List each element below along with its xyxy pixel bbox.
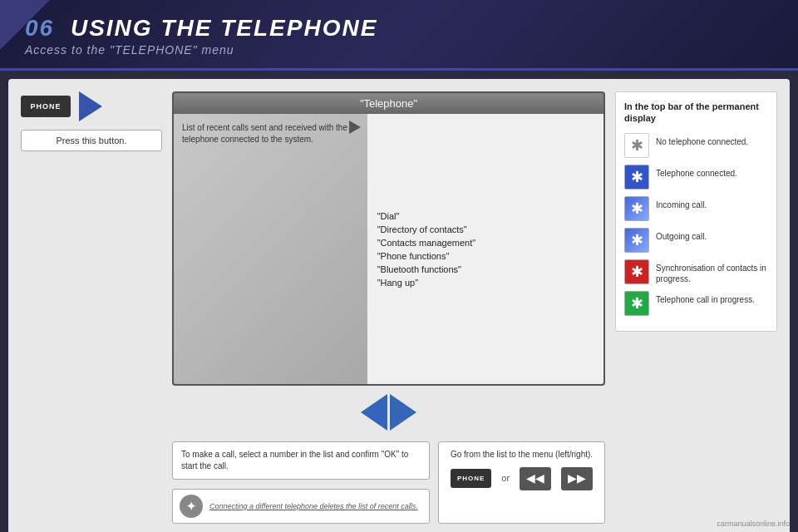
nav-instruction-text: Go from the list to the menu (left/right… (447, 449, 596, 461)
telephone-title-bar: "Telephone" (174, 93, 603, 114)
or-separator: or (501, 472, 510, 485)
menu-item-directory[interactable]: "Directory of contacts" (377, 224, 594, 235)
center-column: "Telephone" List of recent calls sent an… (172, 91, 605, 524)
watermark: carmanualsonline.info (717, 520, 790, 528)
page-title: 06 USING THE TELEPHONE (25, 15, 773, 42)
menu-item-hang-up[interactable]: "Hang up" (377, 277, 594, 288)
warning-text: Connecting a different telephone deletes… (209, 501, 418, 512)
right-column: In the top bar of the permanent display … (615, 91, 777, 524)
chapter-subtitle: Access to the "TELEPHONE" menu (25, 43, 773, 57)
header: 06 USING THE TELEPHONE Access to the "TE… (0, 0, 798, 71)
indicator-incoming-text: Incoming call. (656, 196, 707, 210)
indicator-no-phone-text: No telephone connected. (656, 133, 748, 147)
bt-no-phone-icon: ✱ (624, 133, 649, 158)
bt-connected-icon: ✱ (624, 165, 649, 190)
menu-panel: "Dial" "Directory of contacts" "Contacts… (367, 114, 603, 384)
navigation-arrows (172, 394, 605, 431)
menu-item-phone-functions[interactable]: "Phone functions" (377, 250, 594, 262)
main-content: PHONE Press this button. "Telephone" Lis… (8, 79, 790, 532)
big-arrow-left-icon (361, 394, 387, 431)
warning-box: ✦ Connecting a different telephone delet… (172, 489, 430, 524)
nav-prev-button[interactable]: ◀◀ (520, 467, 551, 490)
indicator-row-connected: ✱ Telephone connected. (624, 165, 768, 190)
bottom-callouts: To make a call, select a number in the l… (172, 441, 605, 524)
indicator-sync-text: Synchronisation of contacts in progress. (656, 259, 768, 284)
bt-sync-icon: ✱ (624, 259, 649, 284)
press-button-instruction: Press this button. (21, 130, 162, 151)
menu-item-dial[interactable]: "Dial" (377, 210, 594, 222)
arrow-right-icon (79, 91, 102, 121)
indicator-row-no-phone: ✱ No telephone connected. (624, 133, 768, 158)
callout-instruction: To make a call, select a number in the l… (172, 441, 430, 480)
telephone-body: List of recent calls sent and received w… (174, 114, 603, 384)
bt-call-progress-icon: ✱ (624, 291, 649, 316)
telephone-screen: "Telephone" List of recent calls sent an… (172, 91, 605, 386)
phone-icon-button[interactable]: PHONE (451, 469, 491, 488)
phone-hardware-button[interactable]: PHONE (21, 96, 71, 117)
indicator-row-outgoing: ✱ Outgoing call. (624, 228, 768, 253)
big-arrow-right-icon (390, 394, 416, 431)
indicators-box: In the top bar of the permanent display … (615, 91, 777, 332)
call-list-panel: List of recent calls sent and received w… (174, 114, 367, 384)
bt-incoming-icon: ✱ (624, 196, 649, 221)
indicator-row-call-progress: ✱ Telephone call in progress. (624, 291, 768, 316)
menu-item-bluetooth-functions[interactable]: "Bluetooth functions" (377, 264, 594, 275)
indicators-title: In the top bar of the permanent display (624, 101, 768, 125)
page-container: 06 USING THE TELEPHONE Access to the "TE… (0, 0, 798, 532)
nav-next-button[interactable]: ▶▶ (561, 467, 593, 490)
chapter-title: USING THE TELEPHONE (71, 15, 377, 41)
big-arrow-container (361, 394, 416, 431)
indicator-row-incoming: ✱ Incoming call. (624, 196, 768, 221)
indicator-connected-text: Telephone connected. (656, 165, 737, 179)
indicator-call-progress-text: Telephone call in progress. (656, 291, 755, 305)
call-list-text: List of recent calls sent and received w… (182, 122, 359, 145)
warning-icon: ✦ (180, 495, 203, 518)
callout-navigation: Go from the list to the menu (left/right… (438, 441, 605, 524)
phone-icons-row: PHONE or ◀◀ ▶▶ (447, 467, 596, 490)
indicator-outgoing-text: Outgoing call. (656, 228, 707, 242)
play-icon (349, 121, 361, 134)
indicator-row-sync: ✱ Synchronisation of contacts in progres… (624, 259, 768, 284)
left-column: PHONE Press this button. (21, 91, 162, 524)
bt-outgoing-icon: ✱ (624, 228, 649, 253)
phone-button-area: PHONE (21, 91, 162, 121)
menu-item-contacts-mgmt[interactable]: "Contacts management" (377, 237, 594, 249)
